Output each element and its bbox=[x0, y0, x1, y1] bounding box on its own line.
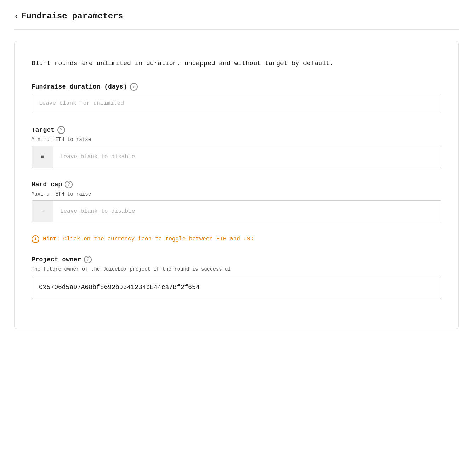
duration-help-icon[interactable]: ? bbox=[130, 83, 138, 91]
target-currency-toggle[interactable]: ≡ bbox=[32, 146, 53, 168]
duration-label: Fundraise duration (days) ? bbox=[32, 83, 441, 91]
form-card: Blunt rounds are unlimited in duration, … bbox=[14, 41, 459, 329]
target-label: Target ? bbox=[32, 126, 441, 134]
description-text: Blunt rounds are unlimited in duration, … bbox=[32, 58, 441, 69]
target-input-wrapper: ≡ bbox=[32, 146, 441, 168]
target-sublabel: Minimum ETH to raise bbox=[32, 137, 441, 142]
hardcap-currency-toggle[interactable]: ≡ bbox=[32, 201, 53, 222]
hint-text: Hint: Click on the currency icon to togg… bbox=[43, 236, 253, 242]
project-owner-label: Project owner ? bbox=[32, 256, 441, 264]
duration-label-text: Fundraise duration (days) bbox=[32, 83, 127, 90]
project-owner-section: Project owner ? The future owner of the … bbox=[32, 256, 441, 299]
back-arrow-icon: ‹ bbox=[14, 12, 18, 20]
hardcap-sublabel: Maximum ETH to raise bbox=[32, 191, 441, 197]
duration-section: Fundraise duration (days) ? bbox=[32, 83, 441, 113]
project-owner-sublabel: The future owner of the Juicebox project… bbox=[32, 266, 441, 272]
duration-input[interactable] bbox=[32, 94, 441, 113]
target-section: Target ? Minimum ETH to raise ≡ bbox=[32, 126, 441, 168]
hardcap-input-wrapper: ≡ bbox=[32, 200, 441, 222]
project-owner-input[interactable] bbox=[32, 276, 441, 299]
page-title: Fundraise parameters bbox=[21, 11, 123, 21]
hint-row: i Hint: Click on the currency icon to to… bbox=[32, 235, 441, 243]
back-navigation[interactable]: ‹ Fundraise parameters bbox=[14, 11, 459, 21]
target-input[interactable] bbox=[53, 146, 441, 168]
target-label-text: Target bbox=[32, 126, 55, 134]
target-help-icon[interactable]: ? bbox=[57, 126, 65, 134]
hardcap-input[interactable] bbox=[53, 201, 441, 222]
header-divider bbox=[14, 29, 459, 30]
project-owner-label-text: Project owner bbox=[32, 256, 81, 263]
hardcap-help-icon[interactable]: ? bbox=[65, 181, 73, 188]
hardcap-label: Hard cap ? bbox=[32, 181, 441, 188]
hardcap-section: Hard cap ? Maximum ETH to raise ≡ bbox=[32, 181, 441, 222]
hint-icon: i bbox=[32, 235, 39, 243]
project-owner-help-icon[interactable]: ? bbox=[84, 256, 92, 264]
hardcap-label-text: Hard cap bbox=[32, 181, 62, 188]
